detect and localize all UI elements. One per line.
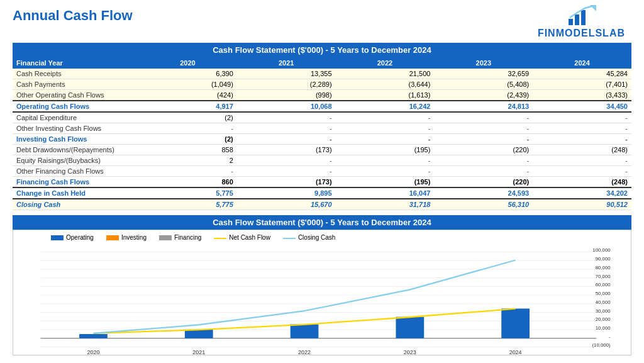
legend-operating-color xyxy=(51,235,64,240)
cell-4-3: - xyxy=(434,112,533,123)
cell-6-3: - xyxy=(434,134,533,145)
table-row: Cash Receipts6,39013,35521,50032,65945,2… xyxy=(13,69,631,79)
col-header-2020: 2020 xyxy=(138,57,237,69)
table-header: Cash Flow Statement ($'000) - 5 Years to… xyxy=(13,43,631,57)
cell-7-2: (195) xyxy=(336,145,435,155)
row-label-5: Other Investing Cash Flows xyxy=(13,123,138,134)
cell-1-1: (2,289) xyxy=(237,79,336,90)
legend-investing: Investing xyxy=(106,234,147,241)
col-header-label: Financial Year xyxy=(13,57,138,69)
cell-8-2: - xyxy=(336,155,435,166)
table-row: Cash Payments(1,049)(2,289)(3,644)(5,408… xyxy=(13,79,631,90)
cell-7-3: (220) xyxy=(434,145,533,155)
svg-text:50,000: 50,000 xyxy=(596,291,611,296)
table-row: Other Investing Cash Flows----- xyxy=(13,123,631,134)
row-label-4: Capital Expenditure xyxy=(13,112,138,123)
legend-financing-color xyxy=(159,235,172,240)
cell-10-2: (195) xyxy=(336,177,435,188)
svg-text:70,000: 70,000 xyxy=(596,274,611,279)
row-label-10: Financing Cash Flows xyxy=(13,177,138,188)
cell-3-2: 16,242 xyxy=(336,101,435,112)
cash-flow-table: Financial Year 2020 2021 2022 2023 2024 … xyxy=(13,57,631,210)
cell-12-3: 56,310 xyxy=(434,199,533,210)
svg-text:90,000: 90,000 xyxy=(596,256,611,262)
cell-9-4: - xyxy=(533,166,631,177)
cell-11-1: 9,895 xyxy=(237,187,336,199)
x-label-2023: 2023 xyxy=(404,349,416,355)
table-row: Equity Raisings/(Buybacks)2---- xyxy=(13,155,631,166)
table-row: Debt Drawdowns/(Repayments)858(173)(195)… xyxy=(13,145,631,155)
svg-text:-: - xyxy=(609,334,611,340)
row-label-9: Other Financing Cash Flows xyxy=(13,166,138,177)
bar-2024-operating xyxy=(501,309,530,338)
table-row: Capital Expenditure(2)---- xyxy=(13,112,631,123)
cell-11-4: 34,202 xyxy=(533,187,631,199)
x-label-2024: 2024 xyxy=(509,349,522,355)
cell-0-2: 21,500 xyxy=(336,69,435,79)
line-closing-cash xyxy=(93,260,515,333)
cell-2-4: (3,433) xyxy=(533,90,631,101)
cell-5-0: - xyxy=(138,123,237,134)
col-header-2022: 2022 xyxy=(336,57,435,69)
cell-8-1: - xyxy=(237,155,336,166)
row-label-7: Debt Drawdowns/(Repayments) xyxy=(13,145,138,155)
cell-10-3: (220) xyxy=(434,177,533,188)
legend-closing-color xyxy=(283,238,296,239)
table-container: Cash Flow Statement ($'000) - 5 Years to… xyxy=(13,43,631,210)
cell-3-4: 34,450 xyxy=(533,101,631,112)
cell-7-0: 858 xyxy=(138,145,237,155)
cell-6-1: - xyxy=(237,134,336,145)
legend-operating: Operating xyxy=(51,234,94,241)
logo-area: FINMODELSLAB xyxy=(538,5,625,39)
legend-closing: Closing Cash xyxy=(283,234,335,241)
svg-text:10,000: 10,000 xyxy=(596,325,611,331)
table-row: Other Financing Cash Flows----- xyxy=(13,166,631,177)
cell-6-0: (2) xyxy=(138,134,237,145)
cell-9-2: - xyxy=(336,166,435,177)
svg-rect-1 xyxy=(575,14,579,25)
header-row: Annual Cash Flow FINMODELSLAB xyxy=(13,5,631,39)
cell-8-4: - xyxy=(533,155,631,166)
row-label-0: Cash Receipts xyxy=(13,69,138,79)
table-row: Operating Cash Flows4,91710,06816,24224,… xyxy=(13,101,631,112)
legend-netcash-label: Net Cash Flow xyxy=(229,234,270,241)
svg-text:20,000: 20,000 xyxy=(596,316,611,322)
cell-1-2: (3,644) xyxy=(336,79,435,90)
legend-closing-label: Closing Cash xyxy=(298,234,335,241)
cell-9-3: - xyxy=(434,166,533,177)
cell-5-4: - xyxy=(533,123,631,134)
legend-operating-label: Operating xyxy=(66,234,94,241)
col-header-2023: 2023 xyxy=(434,57,533,69)
table-row: Financing Cash Flows860(173)(195)(220)(2… xyxy=(13,177,631,188)
chart-container: Cash Flow Statement ($'000) - 5 Years to… xyxy=(13,215,631,355)
legend-netcash-color xyxy=(214,238,226,239)
page: Annual Cash Flow FINMODELSLAB Cash Flow … xyxy=(0,0,644,363)
cell-11-0: 5,775 xyxy=(138,187,237,199)
cell-12-2: 31,718 xyxy=(336,199,435,210)
cell-3-0: 4,917 xyxy=(138,101,237,112)
cell-1-4: (7,401) xyxy=(533,79,631,90)
cell-1-0: (1,049) xyxy=(138,79,237,90)
cell-4-0: (2) xyxy=(138,112,237,123)
cell-0-4: 45,284 xyxy=(533,69,631,79)
svg-text:80,000: 80,000 xyxy=(596,265,611,271)
cell-10-4: (248) xyxy=(533,177,631,188)
cell-11-2: 16,047 xyxy=(336,187,435,199)
table-row: Change in Cash Held5,7759,89516,04724,59… xyxy=(13,187,631,199)
cell-10-1: (173) xyxy=(237,177,336,188)
cell-7-4: (248) xyxy=(533,145,631,155)
cell-5-1: - xyxy=(237,123,336,134)
page-title: Annual Cash Flow xyxy=(13,8,133,24)
svg-text:100,000: 100,000 xyxy=(592,247,611,253)
bar-2020-operating xyxy=(79,334,108,338)
cell-6-2: - xyxy=(336,134,435,145)
cell-1-3: (5,408) xyxy=(434,79,533,90)
cell-2-1: (998) xyxy=(237,90,336,101)
cell-2-2: (1,613) xyxy=(336,90,435,101)
cell-0-1: 13,355 xyxy=(237,69,336,79)
bar-2022-operating xyxy=(291,324,319,338)
cell-3-1: 10,068 xyxy=(237,101,336,112)
row-label-1: Cash Payments xyxy=(13,79,138,90)
chart-svg-wrapper: 100,000 90,000 80,000 70,000 60,000 50,0… xyxy=(13,245,631,356)
cell-9-1: - xyxy=(237,166,336,177)
